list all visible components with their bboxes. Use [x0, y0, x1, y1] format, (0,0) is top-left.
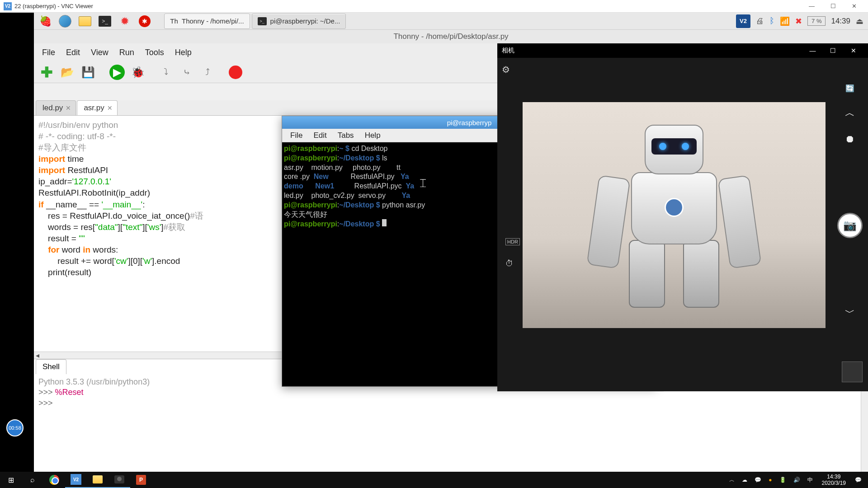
vnc-titlebar: V2 22 (raspberrypi) - VNC Viewer — ☐ ✕ — [0, 0, 868, 13]
rpi-taskbar: 🍓 >_ ✹ ✱ Th Thonny - /home/pi/... >_ pi@… — [34, 13, 868, 30]
robot-in-preview — [579, 116, 769, 314]
windows-system-tray: ︿ ☁ 💬 ● 🔋 🔊 中 14:39 2020/3/19 💬 — [727, 474, 868, 487]
tab-asr-py[interactable]: asr.py ✕ — [77, 100, 117, 115]
wechat-tray-icon[interactable]: 💬 — [753, 477, 763, 483]
step-over-button[interactable]: ⤵ — [157, 63, 175, 81]
ime-tray-icon[interactable]: 中 — [806, 476, 815, 484]
gallery-thumbnail[interactable] — [842, 361, 863, 382]
thonny-window-title: Thonny - /home/pi/Desktop/asr.py — [34, 30, 868, 43]
taskbar-app-terminal[interactable]: >_ pi@raspberrypi: ~/De... — [252, 14, 346, 29]
camera-title: 相机 — [502, 47, 802, 55]
terminal-launcher-icon[interactable]: >_ — [95, 14, 114, 29]
debug-button[interactable]: 🐞 — [129, 63, 147, 81]
security-tray-icon[interactable]: ● — [767, 477, 774, 483]
menu-edit[interactable]: Edit — [61, 46, 85, 59]
vnc-app-icon: V2 — [4, 2, 12, 10]
rpi-system-tray: V2 🖨 ᛒ 📶 ✖ 7 % 14:39 ⏏ — [736, 14, 868, 28]
windows-clock[interactable]: 14:39 2020/3/19 — [818, 474, 849, 487]
open-file-button[interactable]: 📂 — [58, 63, 76, 81]
wifi-tray-icon[interactable]: 📶 — [780, 16, 790, 26]
camera-left-toolbar: ⚙ — [502, 64, 510, 75]
camera-taskbar-icon[interactable] — [108, 472, 130, 488]
search-button[interactable]: ⌕ — [22, 476, 43, 484]
tab-close-icon[interactable]: ✕ — [107, 104, 113, 112]
camera-preview — [523, 102, 826, 328]
disconnect-tray-icon[interactable]: ✖ — [795, 16, 802, 26]
camera-close-button[interactable]: ✕ — [843, 47, 863, 54]
explorer-taskbar-icon[interactable] — [87, 472, 108, 488]
vnc-viewer-window: V2 22 (raspberrypi) - VNC Viewer — ☐ ✕ 🍓… — [0, 0, 868, 488]
browser-icon[interactable] — [56, 14, 75, 29]
recording-time-badge: 00:58 — [6, 419, 24, 436]
step-out-button[interactable]: ⤴ — [198, 63, 217, 81]
mathematica-icon[interactable]: ✹ — [115, 14, 134, 29]
tray-expand-icon[interactable]: ︿ — [727, 476, 736, 484]
tab-label: asr.py — [84, 103, 104, 113]
raspberry-menu-icon[interactable]: 🍓 — [36, 14, 55, 29]
minimize-button[interactable]: — — [802, 1, 822, 12]
taskbar-app-label: Thonny - /home/pi/... — [182, 17, 244, 25]
switch-camera-icon[interactable]: 🔄 — [845, 84, 854, 93]
timer-icon[interactable]: ⏱ — [505, 259, 514, 268]
bluetooth-tray-icon[interactable]: ᛒ — [769, 16, 774, 26]
hdr-toggle[interactable]: HDR — [505, 238, 520, 245]
chrome-taskbar-icon[interactable] — [43, 472, 65, 488]
wolfram-icon[interactable]: ✱ — [135, 14, 154, 29]
camera-titlebar[interactable]: 相机 — ☐ ✕ — [497, 43, 868, 58]
thonny-icon: Th — [170, 17, 178, 25]
clock-time: 14:39 — [822, 474, 846, 480]
clock-date: 2020/3/19 — [822, 480, 846, 486]
step-into-button[interactable]: ⤷ — [178, 63, 196, 81]
term-menu-edit[interactable]: Edit — [309, 130, 331, 141]
rpi-clock[interactable]: 14:39 — [831, 17, 850, 26]
taskbar-app-label: pi@raspberrypi: ~/De... — [270, 17, 340, 25]
run-button[interactable]: ▶ — [108, 63, 126, 81]
menu-help[interactable]: Help — [170, 46, 196, 59]
battery-indicator[interactable]: 7 % — [807, 16, 826, 26]
vnc-remote-screen: 🍓 >_ ✹ ✱ Th Thonny - /home/pi/... >_ pi@… — [0, 13, 868, 472]
camera-maximize-button[interactable]: ☐ — [823, 47, 843, 54]
tab-close-icon[interactable]: ✕ — [66, 104, 71, 112]
new-file-button[interactable]: ✚ — [38, 63, 56, 81]
onedrive-tray-icon[interactable]: ☁ — [740, 477, 749, 483]
taskbar-app-thonny[interactable]: Th Thonny - /home/pi/... — [164, 14, 250, 29]
vnc-server-tray-icon[interactable]: V2 — [736, 14, 750, 28]
menu-view[interactable]: View — [86, 46, 113, 59]
shutter-button[interactable]: 📷 — [837, 213, 863, 238]
file-manager-icon[interactable] — [75, 14, 94, 29]
save-file-button[interactable]: 💾 — [79, 63, 97, 81]
menu-file[interactable]: File — [38, 46, 60, 59]
notifications-icon[interactable]: 💬 — [853, 477, 863, 483]
term-menu-file[interactable]: File — [286, 130, 307, 141]
term-menu-help[interactable]: Help — [360, 130, 385, 141]
start-button[interactable]: ⊞ — [0, 472, 22, 488]
menu-tools[interactable]: Tools — [141, 46, 169, 59]
mode-up-icon[interactable]: ︿ — [845, 106, 855, 120]
camera-settings-icon[interactable]: ⚙ — [502, 64, 510, 75]
volume-tray-icon[interactable]: 🔊 — [792, 477, 802, 483]
term-menu-tabs[interactable]: Tabs — [333, 130, 359, 141]
battery-tray-icon[interactable]: 🔋 — [778, 477, 788, 483]
close-button[interactable]: ✕ — [844, 1, 864, 12]
vnc-window-title: 22 (raspberrypi) - VNC Viewer — [14, 3, 802, 9]
powerpoint-taskbar-icon[interactable]: P — [130, 472, 152, 488]
printer-tray-icon[interactable]: 🖨 — [756, 16, 764, 26]
terminal-icon: >_ — [258, 17, 267, 25]
video-mode-icon[interactable]: ⏺ — [845, 133, 855, 145]
windows-taskbar: ⊞ ⌕ V2 P ︿ ☁ 💬 ● 🔋 🔊 中 14:39 2020/3/19 💬 — [0, 472, 868, 488]
vnc-taskbar-icon[interactable]: V2 — [65, 472, 87, 488]
camera-minimize-button[interactable]: — — [802, 47, 823, 54]
camera-right-controls: 🔄 ︿ ⏺ 📷 ﹀ — [837, 84, 863, 319]
eject-tray-icon[interactable]: ⏏ — [856, 16, 863, 26]
camera-app-window: 相机 — ☐ ✕ ⚙ HDR ⏱ 🔄 — [497, 43, 868, 391]
stop-button[interactable] — [226, 63, 245, 81]
menu-run[interactable]: Run — [115, 46, 139, 59]
shell-tab[interactable]: Shell — [36, 359, 66, 374]
maximize-button[interactable]: ☐ — [823, 1, 843, 12]
tab-label: led.py — [42, 103, 63, 113]
tab-led-py[interactable]: led.py ✕ — [36, 100, 76, 115]
mode-down-icon[interactable]: ﹀ — [845, 306, 855, 319]
